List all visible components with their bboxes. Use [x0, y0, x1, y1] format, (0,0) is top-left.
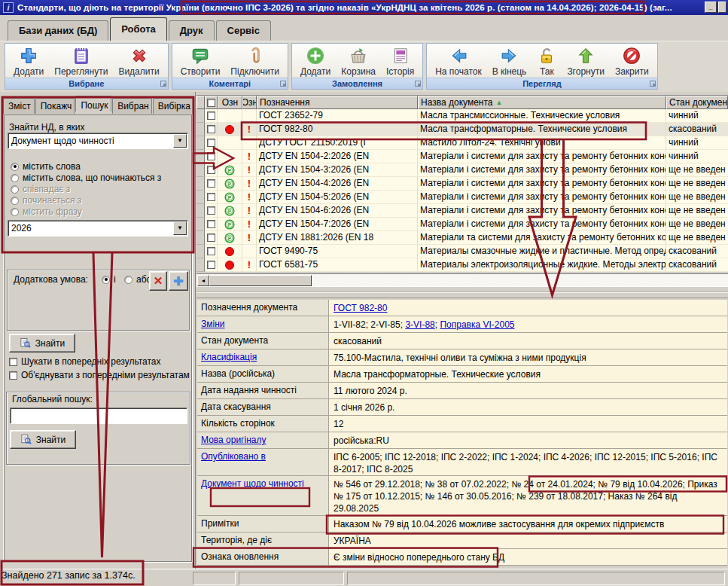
- ribbon-tab-2[interactable]: Робота: [110, 17, 167, 41]
- search-previous-checkbox[interactable]: Шукати в попередніх результатах: [9, 356, 193, 367]
- table-row[interactable]: !ДСТУ EN 1504-5:2026 (ENМатеріали і сист…: [196, 191, 728, 204]
- row-checkbox[interactable]: [205, 218, 218, 231]
- ribbon-button-додати[interactable]: Додати: [295, 45, 336, 78]
- column-header-state[interactable]: Стан докумен: [666, 96, 728, 109]
- ribbon-tab-1[interactable]: Бази даних (БД): [8, 20, 108, 41]
- ribbon-button-закрити[interactable]: Закрити: [610, 45, 654, 78]
- row-name: Матеріали та системи для захисту та ремо…: [418, 231, 666, 245]
- detail-label-link[interactable]: Документ щодо чинності: [201, 478, 304, 489]
- condition-and-radio[interactable]: і: [102, 274, 116, 285]
- sidebar-tab-2[interactable]: Покажч: [35, 98, 75, 114]
- detail-label: Територія, де діє: [197, 533, 329, 548]
- row-checkbox[interactable]: [205, 163, 218, 177]
- sidebar-tab-4[interactable]: Вибран: [112, 98, 152, 114]
- table-row[interactable]: !ГОСТ 982-80Масла трансформаторные. Техн…: [196, 123, 728, 136]
- row-checkbox[interactable]: [205, 136, 218, 150]
- header-select-all-checkbox[interactable]: [205, 96, 218, 109]
- table-row[interactable]: !ДСТУ EN 1504-2:2026 (ENМатеріали і сист…: [196, 150, 728, 163]
- row-checkbox[interactable]: [205, 231, 218, 245]
- ribbon-button-згорнути[interactable]: Згорнути: [562, 45, 610, 78]
- global-find-button[interactable]: Знайти: [10, 430, 76, 449]
- splitter[interactable]: [196, 286, 728, 298]
- row-checkbox[interactable]: [205, 123, 218, 136]
- detail-label-link[interactable]: Опубліковано в: [201, 451, 266, 462]
- chevron-down-icon[interactable]: ▼: [173, 134, 187, 148]
- row-checkbox[interactable]: [205, 177, 218, 191]
- row-state: скасований: [666, 245, 728, 258]
- ribbon-tab-4[interactable]: Сервіс: [216, 20, 271, 41]
- table-row[interactable]: !ДСТУ EN 1881:2026 (EN 18Матеріали та си…: [196, 231, 728, 245]
- row-exclaim-cell: !: [242, 191, 257, 204]
- table-row[interactable]: !ГОСТ 6581-75Материалы электроизоляционн…: [196, 258, 728, 272]
- detail-label-link[interactable]: Класифікація: [201, 352, 257, 362]
- search-field-combobox[interactable]: Документ щодо чинності ▼: [8, 133, 188, 149]
- minimize-button[interactable]: _: [705, 2, 717, 13]
- search-query-combobox[interactable]: 2026 ▼: [8, 220, 188, 237]
- condition-or-radio[interactable]: або: [124, 274, 151, 285]
- dialog-launcher-icon[interactable]: [415, 81, 421, 87]
- ribbon-button-підключити[interactable]: Підключити: [225, 45, 285, 78]
- table-row[interactable]: !ДСТУ EN 1504-7:2026 (ENМатеріали і сист…: [196, 218, 728, 231]
- table-row[interactable]: ГОСТ 23652-79Масла трансмиссионные. Техн…: [196, 109, 728, 123]
- dialog-launcher-icon[interactable]: [160, 81, 166, 87]
- row-checkbox[interactable]: [205, 245, 218, 258]
- merge-previous-checkbox[interactable]: Об'єднувати з попередніми результатам: [9, 370, 193, 380]
- table-row[interactable]: ДСТУ ГОСТ 21150:2019 (ГМастило Літол-24.…: [196, 136, 728, 150]
- ribbon-button-історія[interactable]: Історія: [381, 45, 419, 78]
- dialog-launcher-icon[interactable]: [280, 81, 286, 87]
- dialog-launcher-icon[interactable]: [650, 81, 656, 87]
- ribbon-button-створити[interactable]: Створити: [175, 45, 226, 78]
- checkbox-icon: [207, 247, 215, 255]
- row-name: Мастило Літол-24. Технічні умови: [418, 136, 666, 150]
- table-row[interactable]: !ДСТУ EN 1504-6:2026 (ENМатеріали і сист…: [196, 204, 728, 218]
- ribbon-button-корзина[interactable]: Корзина: [336, 45, 381, 78]
- row-checkbox[interactable]: [205, 191, 218, 204]
- remove-condition-button[interactable]: ✕: [149, 271, 167, 291]
- ribbon-button-в кінець[interactable]: В кінець: [487, 45, 532, 78]
- column-header-mark2[interactable]: Озн: [242, 96, 257, 109]
- column-header-designation[interactable]: Позначення: [257, 96, 418, 109]
- detail-value-link[interactable]: ГОСТ 982-80: [334, 303, 387, 313]
- match-option-radio-1[interactable]: містить слова: [11, 161, 81, 172]
- scrollbar-thumb[interactable]: [209, 275, 312, 286]
- row-name: Матеріали і системи для захисту та ремон…: [418, 191, 666, 204]
- row-exclaim-cell: !: [242, 177, 257, 191]
- column-header-mark1[interactable]: Озн: [218, 96, 242, 109]
- detail-value-link[interactable]: 3-VI-88: [405, 319, 434, 330]
- ribbon-button-на початок[interactable]: На початок: [430, 45, 487, 78]
- sidebar-tab-5[interactable]: Вибірка: [153, 98, 193, 114]
- window-title-right: 2026-04-15) (заг...: [597, 3, 672, 12]
- row-checkbox[interactable]: [205, 150, 218, 163]
- table-row[interactable]: !ДСТУ EN 1504-3:2026 (ENМатеріали і сист…: [196, 163, 728, 177]
- find-magnifier-icon: [20, 434, 32, 445]
- row-checkbox[interactable]: [205, 109, 218, 123]
- find-button[interactable]: Знайти: [9, 334, 75, 353]
- match-option-radio-2[interactable]: містить слова, що починаються з: [11, 172, 161, 183]
- global-search-input[interactable]: [10, 407, 187, 424]
- checkbox-icon: [207, 220, 215, 228]
- row-designation: ДСТУ EN 1504-4:2026 (EN: [257, 177, 418, 191]
- detail-value-link[interactable]: Поправка VI-2005: [440, 319, 514, 330]
- table-row[interactable]: ГОСТ 9490-75Материалы смазочные жидкие и…: [196, 245, 728, 258]
- close-circle-icon: [622, 46, 641, 66]
- maximize-button[interactable]: [718, 2, 726, 13]
- detail-label-link[interactable]: Мова оригіналу: [201, 435, 266, 445]
- row-checkbox[interactable]: [205, 204, 218, 218]
- chevron-down-icon[interactable]: ▼: [173, 221, 187, 235]
- checkbox-icon: [207, 206, 215, 215]
- scroll-left-icon[interactable]: ◄: [197, 275, 209, 286]
- add-condition-button[interactable]: ✚: [169, 271, 188, 291]
- sidebar-tab-1[interactable]: Зміст: [3, 98, 35, 114]
- grid-horizontal-scrollbar[interactable]: ◄: [196, 273, 728, 286]
- ribbon-tab-3[interactable]: Друк: [169, 20, 215, 41]
- ribbon-button-видалити[interactable]: Видалити: [113, 45, 164, 78]
- detail-label-link[interactable]: Зміни: [201, 319, 225, 329]
- ribbon: ДодатиПереглянутиВидалитиВибранеСтворити…: [0, 41, 728, 92]
- column-header-name[interactable]: Назва документа▲: [418, 96, 666, 109]
- ribbon-button-так[interactable]: Так: [532, 45, 562, 78]
- ribbon-button-додати[interactable]: Додати: [8, 45, 49, 78]
- sidebar-tab-3[interactable]: Пошук: [75, 96, 111, 111]
- table-row[interactable]: !ДСТУ EN 1504-4:2026 (ENМатеріали і сист…: [196, 177, 728, 191]
- ribbon-button-переглянути[interactable]: Переглянути: [49, 45, 113, 78]
- row-checkbox[interactable]: [205, 258, 218, 272]
